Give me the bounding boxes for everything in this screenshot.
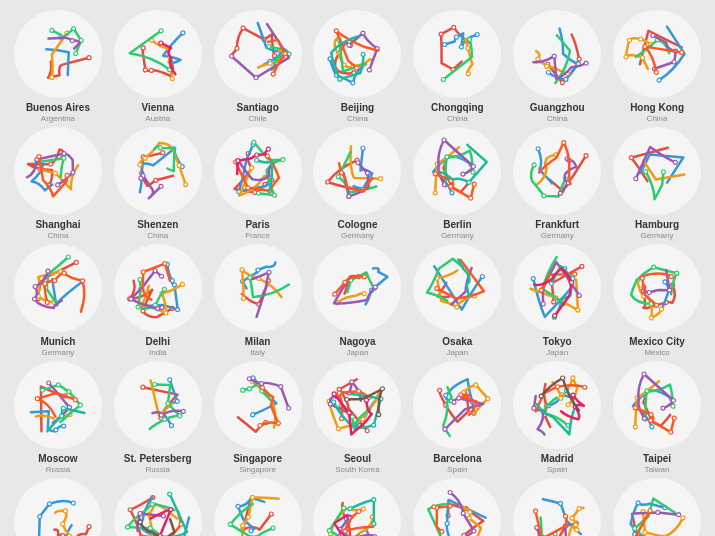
city-item[interactable]: ShanghaiChina — [10, 127, 106, 240]
city-item[interactable]: TokyoJapan — [509, 244, 605, 357]
svg-point-59 — [468, 37, 472, 41]
city-name: Delhi — [146, 336, 170, 348]
svg-point-374 — [645, 389, 649, 393]
svg-point-370 — [650, 425, 654, 429]
city-item[interactable]: CologneGermany — [310, 127, 406, 240]
svg-point-190 — [53, 279, 57, 283]
svg-point-209 — [155, 307, 159, 311]
svg-point-12 — [181, 31, 185, 35]
city-item[interactable]: LondonUnited Kingdom — [110, 478, 206, 536]
svg-point-314 — [366, 429, 370, 433]
svg-point-56 — [476, 33, 480, 37]
city-item[interactable]: ShenzenChina — [110, 127, 206, 240]
svg-point-107 — [158, 146, 162, 150]
svg-point-247 — [539, 288, 543, 292]
svg-point-19 — [241, 26, 245, 30]
city-item[interactable]: ChongqingChina — [409, 10, 505, 123]
city-item[interactable]: NagoyaJapan — [310, 244, 406, 357]
svg-point-229 — [374, 285, 378, 289]
svg-point-464 — [559, 501, 563, 505]
svg-point-47 — [335, 29, 339, 33]
city-name: Buenos Aires — [26, 102, 90, 114]
city-country: China — [547, 114, 568, 123]
svg-point-285 — [61, 406, 65, 410]
svg-point-90 — [62, 156, 66, 160]
city-country: Austria — [145, 114, 170, 123]
svg-point-363 — [556, 385, 560, 389]
svg-point-108 — [159, 184, 163, 188]
city-item[interactable]: Los AngelesUnited States — [409, 478, 505, 536]
svg-point-266 — [668, 288, 672, 292]
svg-point-364 — [583, 385, 587, 389]
city-item[interactable]: FrankfurtGermany — [509, 127, 605, 240]
svg-point-273 — [62, 424, 66, 428]
svg-point-133 — [326, 180, 330, 184]
svg-point-277 — [40, 388, 44, 392]
city-item[interactable]: ParisFrance — [210, 127, 306, 240]
svg-point-303 — [240, 388, 244, 392]
city-item[interactable]: BeijingChina — [310, 10, 406, 123]
svg-point-7 — [74, 51, 78, 55]
city-map-circle — [214, 478, 302, 536]
svg-point-336 — [348, 411, 352, 415]
city-item[interactable]: SingaporeSingapore — [210, 361, 306, 474]
city-country: China — [647, 114, 668, 123]
city-name: Cologne — [337, 219, 377, 231]
city-item[interactable]: MadridSpain — [509, 361, 605, 474]
city-item[interactable]: New YorkUnited States — [509, 478, 605, 536]
city-item[interactable]: BarcelonaSpain — [409, 361, 505, 474]
city-item[interactable]: IstanbulTurkey — [10, 478, 106, 536]
city-name: Tokyo — [543, 336, 572, 348]
city-item[interactable]: MoscowRussia — [10, 361, 106, 474]
city-country: Argentina — [41, 114, 75, 123]
svg-point-94 — [56, 183, 60, 187]
city-item[interactable]: MunichGermany — [10, 244, 106, 357]
city-name: Singapore — [233, 453, 282, 465]
city-item[interactable]: HamburgGermany — [609, 127, 705, 240]
svg-point-54 — [455, 35, 459, 39]
city-country: China — [447, 114, 468, 123]
svg-point-203 — [162, 287, 166, 291]
city-item[interactable]: St. PetersbergRussia — [110, 361, 206, 474]
svg-point-51 — [439, 32, 443, 36]
city-item[interactable]: Buenos AiresArgentina — [10, 10, 106, 123]
city-item[interactable]: OsakaJapan — [409, 244, 505, 357]
svg-point-449 — [468, 510, 472, 514]
svg-point-187 — [46, 269, 50, 273]
svg-point-11 — [141, 46, 145, 50]
city-item[interactable]: TaipeiTaiwan — [609, 361, 705, 474]
svg-point-397 — [128, 508, 132, 512]
city-item[interactable]: SeoulSouth Korea — [310, 361, 406, 474]
city-item[interactable]: BerlinGermany — [409, 127, 505, 240]
svg-point-281 — [47, 381, 51, 385]
svg-point-423 — [250, 495, 254, 499]
city-item[interactable]: GuangzhouChina — [509, 10, 605, 123]
svg-point-28 — [229, 54, 233, 58]
city-item[interactable]: DelhiIndia — [110, 244, 206, 357]
city-item[interactable]: BostonUnited States — [210, 478, 306, 536]
svg-point-257 — [663, 280, 667, 284]
svg-point-27 — [254, 76, 258, 80]
city-map-circle — [613, 10, 701, 98]
city-map-circle — [513, 244, 601, 332]
city-item[interactable]: Hong KongChina — [609, 10, 705, 123]
svg-point-295 — [162, 417, 166, 421]
city-item[interactable]: MilanItaly — [210, 244, 306, 357]
svg-point-304 — [247, 387, 251, 391]
svg-point-178 — [74, 260, 78, 264]
city-item[interactable]: SantiagoChile — [210, 10, 306, 123]
svg-point-376 — [642, 417, 646, 421]
svg-point-274 — [54, 428, 58, 432]
city-item[interactable]: ViennaAustria — [110, 10, 206, 123]
svg-point-467 — [575, 528, 579, 532]
city-item[interactable]: WashingtonUnited States — [609, 478, 705, 536]
city-map-circle — [14, 127, 102, 215]
svg-point-284 — [73, 398, 77, 402]
svg-point-232 — [363, 275, 367, 279]
city-item[interactable]: Mexico CityMexico — [609, 244, 705, 357]
svg-point-434 — [342, 506, 346, 510]
city-item[interactable]: ChicagoUnited States — [310, 478, 406, 536]
city-name: Taipei — [643, 453, 671, 465]
svg-point-149 — [443, 183, 447, 187]
svg-point-66 — [547, 70, 551, 74]
